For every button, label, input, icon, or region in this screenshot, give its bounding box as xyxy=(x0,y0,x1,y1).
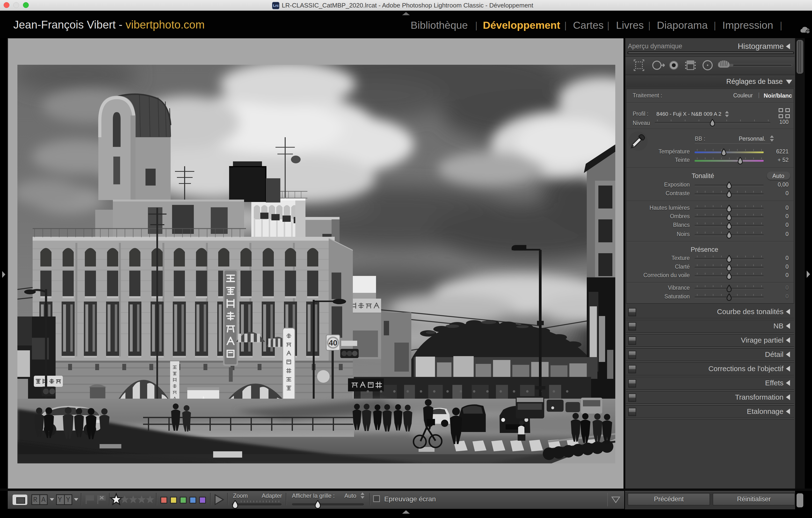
svg-text:40: 40 xyxy=(329,338,337,347)
